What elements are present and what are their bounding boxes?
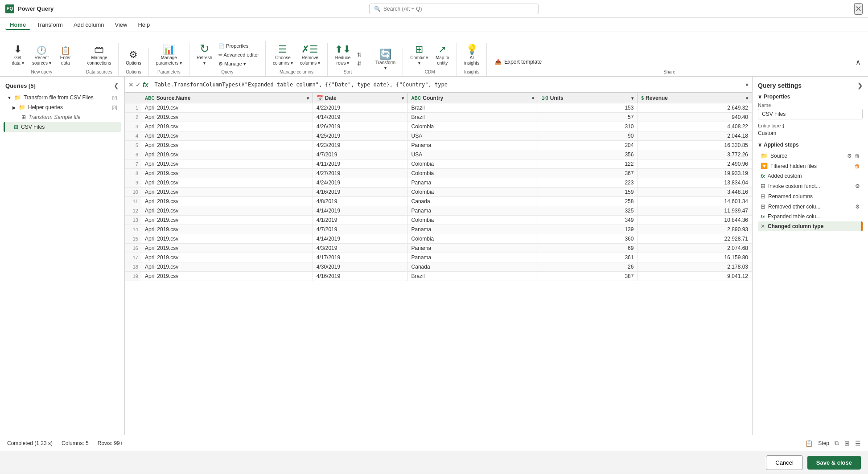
manage-button[interactable]: ⚙ Manage ▾ [217,60,261,68]
source-step-action-icon[interactable]: 🗑 [855,153,860,159]
source-step[interactable]: 📁 Source ⚙ 🗑 [758,151,863,161]
tree-item-transform-sample[interactable]: ⊞ Transform Sample file [4,112,121,122]
table-row[interactable]: 13April 2019.csv4/1/2019Colombia34910,84… [125,216,752,225]
status-split-icon[interactable]: ⧉ [835,439,839,447]
table-cell: April 2019.csv [141,234,313,244]
name-value[interactable]: CSV Files [758,109,863,119]
renamed-columns-step[interactable]: ⊞ Renamed columns [758,191,863,201]
table-row[interactable]: 19April 2019.csv4/16/2019Brazil3879,041.… [125,272,752,281]
status-column-icon[interactable]: ☰ [855,440,861,447]
sort-asc-button[interactable]: ⇅ [355,51,363,59]
filtered-hidden-step[interactable]: 🔽 Filtered hidden files 🗑 [758,161,863,171]
menu-item-view[interactable]: View [111,20,132,30]
formula-fx-icon: fx [143,81,148,88]
table-row[interactable]: 18April 2019.csv4/30/2019Canada262,178.0… [125,262,752,272]
table-cell: April 2019.csv [141,159,313,169]
col-dropdown-source-name[interactable]: ▾ [307,96,309,101]
filtered-step-warning-icon[interactable]: 🗑 [855,163,860,169]
formula-check-icon[interactable]: ✓ [136,81,141,88]
removed-other-gear-icon[interactable]: ⚙ [855,204,860,210]
source-step-gear-icon[interactable]: ⚙ [847,153,852,159]
col-header-source-name[interactable]: ABC Source.Name ▾ [141,93,313,103]
col-header-units[interactable]: 1²3 Units ▾ [538,93,638,103]
formula-x-icon[interactable]: ✕ [128,81,134,88]
table-row[interactable]: 11April 2019.csv4/8/2019Canada25814,601.… [125,197,752,206]
save-close-button[interactable]: Save & close [807,456,861,470]
search-bar[interactable]: 🔍 [369,4,539,14]
ribbon-group-new-query: ⬇ Getdata ▾ 🕐 Recentsources ▾ 📋 Enterdat… [4,43,80,76]
removed-other-step[interactable]: ⊞ Removed other colu... ⚙ [758,201,863,212]
remove-columns-button[interactable]: ✗☰ Removecolumns ▾ [297,43,323,68]
table-cell: 4/30/2019 [313,262,407,272]
table-row[interactable]: 2April 2019.csv4/14/2019Brazil57940.40 [125,113,752,122]
properties-button[interactable]: 📄 Properties [217,42,261,50]
table-row[interactable]: 6April 2019.csv4/7/2019USA3563,772.26 [125,150,752,159]
options-button[interactable]: ⚙ Options [123,48,144,68]
tree-item-helper-queries[interactable]: ▶ 📁 Helper queries [3] [4,102,121,112]
menu-item-transform[interactable]: Transform [32,20,67,30]
grid-container[interactable]: ABC Source.Name ▾ 📅 Date ▾ [125,93,752,435]
search-input[interactable] [383,6,534,12]
table-row[interactable]: 4April 2019.csv4/25/2019USA902,044.18 [125,131,752,141]
col-header-country[interactable]: ABC Country ▾ [407,93,538,103]
expanded-table-step[interactable]: fx Expanded table colu... [758,212,863,221]
table-row[interactable]: 15April 2019.csv4/14/2019Colombia36022,9… [125,234,752,244]
menu-item-home[interactable]: Home [5,20,30,30]
queries-collapse-button[interactable]: ❮ [114,82,119,89]
expanded-table-label: Expanded table colu... [768,213,860,220]
table-row[interactable]: 1April 2019.csv4/22/2019Brazil1532,649.3… [125,103,752,113]
map-to-entity-button[interactable]: ↗ Map toentity [432,43,452,68]
refresh-button[interactable]: ↻ Refresh▾ [194,41,215,68]
ai-insights-button[interactable]: 💡 AIinsights [461,43,482,68]
changed-column-step[interactable]: ✕ Changed column type [758,221,863,231]
formula-bar: ✕ ✓ fx Table.TransformColumnTypes(#"Expa… [125,77,752,93]
step-label: Step [818,440,829,446]
formula-expand-button[interactable]: ▾ [745,81,749,88]
window-close-button[interactable]: ✕ [854,3,863,15]
query-settings-expand-button[interactable]: ❯ [857,82,863,89]
tree-folder-icon-transform: 📁 [14,94,21,101]
col-header-revenue[interactable]: $ Revenue ▾ [638,93,752,103]
advanced-editor-button[interactable]: ✏ Advanced editor [217,51,261,59]
table-row[interactable]: 9April 2019.csv4/24/2019Panama22313,834.… [125,178,752,188]
status-rows: Rows: 99+ [98,440,123,446]
cancel-button[interactable]: Cancel [766,455,802,470]
invoke-custom-gear-icon[interactable]: ⚙ [855,183,860,189]
choose-columns-button[interactable]: ☰ Choosecolumns ▾ [270,43,296,68]
combine-button[interactable]: ⊞ Combine▾ [407,43,431,68]
manage-parameters-button[interactable]: 📊 Manageparameters ▾ [153,43,185,68]
added-custom-step[interactable]: fx Added custom [758,171,863,181]
transform-button[interactable]: 🔄 Transform▾ [373,48,398,73]
col-dropdown-revenue[interactable]: ▾ [746,96,748,101]
table-row[interactable]: 5April 2019.csv4/23/2019Panama20416,330.… [125,141,752,150]
table-row[interactable]: 8April 2019.csv4/27/2019Colombia36719,93… [125,169,752,178]
manage-connections-button[interactable]: 🗃 Manageconnections [85,43,114,68]
menu-item-help[interactable]: Help [133,20,154,30]
menu-item-add-column[interactable]: Add column [69,20,109,30]
col-dropdown-units[interactable]: ▾ [631,96,634,101]
tree-item-csv-files[interactable]: ⊞ CSV Files [4,122,121,132]
export-template-button[interactable]: 📤 Export template [491,56,545,68]
table-row[interactable]: 10April 2019.csv4/16/2019Colombia1593,44… [125,188,752,197]
table-row[interactable]: 3April 2019.csv4/26/2019Colombia3104,408… [125,122,752,131]
status-grid-icon[interactable]: ⊞ [844,440,850,447]
ribbon-buttons-insights: 💡 AIinsights [461,43,482,68]
tree-item-transform-file[interactable]: ▼ 📁 Transform file from CSV Files [2] [4,93,121,102]
table-row[interactable]: 16April 2019.csv4/3/2019Panama692,074.68 [125,244,752,253]
recent-sources-button[interactable]: 🕐 Recentsources ▾ [29,45,54,68]
reduce-rows-button[interactable]: ⬆⬇ Reducerows ▾ [332,43,354,68]
ribbon-collapse-button[interactable]: ∧ [852,56,864,68]
invoke-custom-step[interactable]: ⊞ Invoke custom funct... ⚙ [758,181,863,191]
col-header-date[interactable]: 📅 Date ▾ [313,93,407,103]
sort-desc-button[interactable]: ⇵ [355,60,363,68]
table-row[interactable]: 14April 2019.csv4/7/2019Panama1392,890.9… [125,225,752,234]
enter-data-button[interactable]: 📋 Enterdata [56,45,75,68]
col-dropdown-country[interactable]: ▾ [532,96,534,101]
table-row[interactable]: 17April 2019.csv4/17/2019Panama36116,159… [125,253,752,262]
get-data-button[interactable]: ⬇ Getdata ▾ [8,43,28,68]
col-dropdown-date[interactable]: ▾ [402,96,404,101]
table-row[interactable]: 12April 2019.csv4/14/2019Panama32511,939… [125,206,752,216]
formula-input[interactable]: Table.TransformColumnTypes(#"Expanded ta… [152,81,742,89]
row-number-cell: 10 [125,188,141,197]
table-row[interactable]: 7April 2019.csv4/11/2019Colombia1222,490… [125,159,752,169]
